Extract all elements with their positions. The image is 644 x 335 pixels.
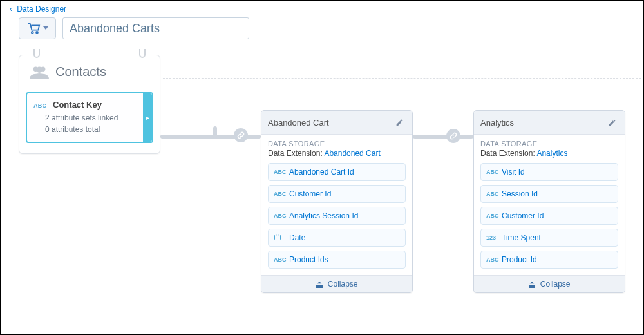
attribute-set-card: Abandoned Cart DATA STORAGE Data Extensi… [261, 110, 413, 293]
data-extension-link[interactable]: Analytics [536, 149, 567, 158]
data-extension-link[interactable]: Abandoned Cart [324, 149, 380, 158]
field-row[interactable]: ABCProduct Ids [268, 251, 406, 269]
group-icon-picker[interactable] [19, 17, 56, 39]
field-label: Customer Id [289, 189, 331, 198]
svg-point-4 [36, 66, 42, 72]
field-label: Product Id [502, 255, 537, 264]
expand-arrow-icon[interactable]: ▸ [143, 93, 152, 142]
collapse-button[interactable]: Collapse [474, 275, 625, 292]
field-label: Time Spent [502, 233, 541, 242]
field-row[interactable]: ABCVisit Id [480, 163, 618, 181]
storage-name: Data Extension: Abandoned Cart [268, 149, 406, 158]
collapse-icon [316, 282, 323, 288]
edit-icon[interactable] [393, 116, 406, 129]
field-row[interactable]: Date [268, 229, 406, 247]
collapse-button[interactable]: Collapse [261, 275, 412, 292]
breadcrumb[interactable]: ‹ Data Designer [1, 1, 643, 16]
link-node-icon[interactable] [446, 129, 460, 143]
field-label: Abandoned Cart Id [289, 168, 354, 177]
link-node-icon[interactable] [234, 128, 248, 142]
link-button[interactable] [625, 110, 625, 131]
field-label: Visit Id [502, 168, 525, 177]
breadcrumb-link[interactable]: Data Designer [17, 5, 66, 14]
contacts-panel: Contacts ▸ ABC Contact Key 2 attribute s… [19, 55, 160, 154]
svg-point-1 [36, 32, 38, 34]
text-type-icon: ABC [33, 102, 46, 109]
text-type-icon: ABC [274, 256, 289, 263]
connector [213, 126, 217, 138]
field-label: Product Ids [289, 255, 328, 264]
edit-icon[interactable] [605, 116, 618, 129]
caret-down-icon [43, 26, 48, 30]
contacts-title: Contacts [55, 64, 106, 79]
storage-label: DATA STORAGE [268, 140, 406, 148]
contact-key-card[interactable]: ▸ ABC Contact Key 2 attribute sets linke… [26, 92, 153, 143]
collapse-icon [528, 282, 536, 288]
attribute-set-card: Analytics DATA STORAGE Data Extension: A… [473, 110, 625, 293]
card-title: Analytics [480, 118, 605, 128]
relationship-canvas: Contacts ▸ ABC Contact Key 2 attribute s… [1, 52, 643, 334]
attribute-group-title-input[interactable] [62, 17, 249, 39]
link-button[interactable] [412, 110, 413, 131]
text-type-icon: ABC [486, 213, 502, 219]
text-type-icon: ABC [274, 191, 289, 197]
field-label: Customer Id [502, 211, 544, 220]
text-type-icon: ABC [274, 169, 289, 175]
contact-key-total: 0 attributes total [33, 124, 146, 135]
field-row[interactable]: ABCProduct Id [480, 251, 618, 269]
contact-key-label: Contact Key [53, 100, 102, 110]
storage-label: DATA STORAGE [480, 140, 618, 148]
field-label: Analytics Session Id [289, 211, 358, 220]
field-row[interactable]: 123Time Spent [480, 229, 618, 247]
field-row[interactable]: ABCAnalytics Session Id [268, 207, 406, 225]
field-row[interactable]: ABCCustomer Id [268, 185, 406, 203]
text-type-icon: ABC [274, 213, 289, 219]
storage-name: Data Extension: Analytics [480, 149, 618, 158]
hanger-icon [33, 49, 40, 58]
number-type-icon: 123 [486, 235, 502, 241]
text-type-icon: ABC [486, 191, 502, 197]
connector [413, 135, 473, 139]
canvas-divider [163, 78, 641, 79]
cart-icon [27, 23, 41, 34]
text-type-icon: ABC [486, 256, 502, 263]
text-type-icon: ABC [486, 169, 502, 175]
svg-point-0 [31, 32, 33, 34]
field-label: Session Id [502, 189, 538, 198]
card-title: Abandoned Cart [268, 118, 393, 128]
field-label: Date [289, 233, 305, 242]
field-row[interactable]: ABCCustomer Id [480, 207, 618, 225]
contact-key-linked: 2 attribute sets linked [33, 112, 146, 124]
field-row[interactable]: ABCAbandoned Cart Id [268, 163, 406, 181]
hanger-icon [139, 49, 146, 58]
field-row[interactable]: ABCSession Id [480, 185, 618, 203]
svg-rect-5 [275, 235, 281, 240]
date-type-icon [274, 233, 289, 242]
chevron-left-icon: ‹ [10, 5, 12, 14]
people-icon [30, 65, 49, 79]
